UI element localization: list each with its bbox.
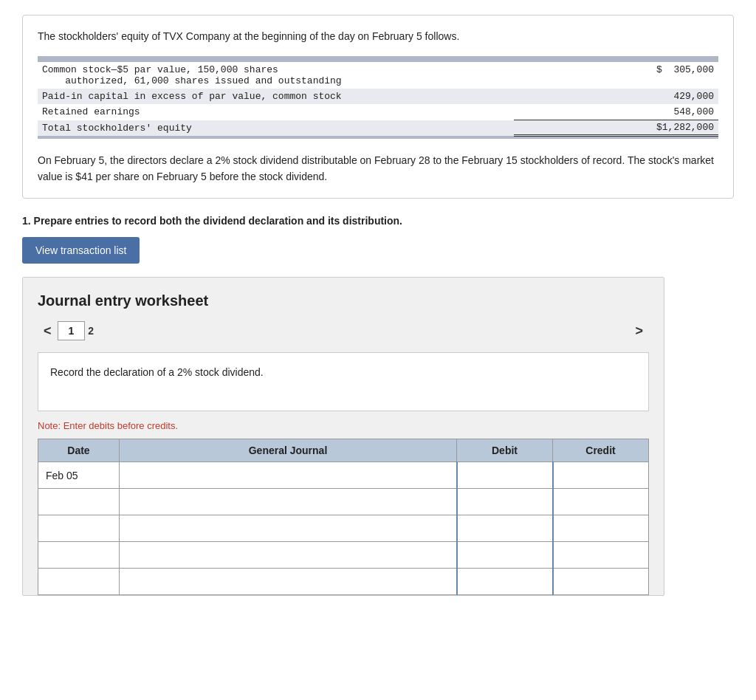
credit-input-4[interactable] — [554, 542, 649, 568]
credit-cell-1[interactable] — [553, 462, 649, 489]
date-cell-5 — [38, 569, 120, 595]
credit-cell-5[interactable] — [553, 569, 649, 595]
table-footer-bar — [38, 136, 718, 139]
table-row — [38, 489, 649, 515]
equity-label-total: Total stockholders' equity — [38, 120, 514, 136]
col-header-credit: Credit — [553, 439, 649, 462]
equity-table: Common stock—$5 par value, 150,000 share… — [38, 56, 718, 139]
date-cell-1: Feb 05 — [38, 462, 120, 489]
gj-cell-4[interactable] — [120, 542, 457, 569]
equity-label-2: Paid-in capital in excess of par value, … — [38, 89, 514, 104]
debit-input-3[interactable] — [458, 515, 552, 541]
table-row — [38, 542, 649, 569]
equity-amount-2: 429,000 — [514, 89, 718, 104]
credit-cell-4[interactable] — [553, 542, 649, 569]
note-text: Note: Enter debits before credits. — [38, 420, 649, 431]
table-row — [38, 569, 649, 595]
equity-label-1: Common stock—$5 par value, 150,000 share… — [38, 62, 514, 89]
col-header-date: Date — [38, 439, 120, 462]
debit-input-5[interactable] — [458, 569, 552, 594]
date-cell-4 — [38, 542, 120, 569]
debit-cell-1[interactable] — [457, 462, 553, 489]
record-instruction-box: Record the declaration of a 2% stock div… — [38, 352, 649, 411]
journal-table: Date General Journal Debit Credit Feb 05 — [38, 439, 649, 595]
col-header-debit: Debit — [457, 439, 553, 462]
credit-input-2[interactable] — [554, 489, 649, 515]
worksheet-title: Journal entry worksheet — [38, 292, 649, 309]
equity-amount-1: $ 305,000 — [514, 62, 718, 89]
credit-input-1[interactable] — [554, 462, 649, 488]
debit-input-4[interactable] — [458, 542, 552, 568]
view-transaction-list-button[interactable]: View transaction list — [22, 237, 140, 264]
table-row — [38, 515, 649, 542]
page-2-label[interactable]: 2 — [88, 325, 94, 337]
col-header-gj: General Journal — [120, 439, 457, 462]
debit-cell-3[interactable] — [457, 515, 553, 542]
debit-cell-2[interactable] — [457, 489, 553, 515]
intro-box: The stockholders' equity of TVX Company … — [22, 15, 734, 199]
table-header-row: Date General Journal Debit Credit — [38, 439, 649, 462]
equity-label-3: Retained earnings — [38, 104, 514, 120]
gj-input-4[interactable] — [120, 542, 456, 568]
next-page-button[interactable]: > — [629, 322, 649, 340]
table-row: Paid-in capital in excess of par value, … — [38, 89, 718, 104]
table-header-bar — [38, 56, 718, 62]
debit-input-2[interactable] — [458, 489, 552, 515]
credit-input-3[interactable] — [554, 515, 649, 541]
worksheet-container: Journal entry worksheet < 1 2 > Record t… — [22, 277, 664, 596]
debit-cell-4[interactable] — [457, 542, 553, 569]
date-cell-3 — [38, 515, 120, 542]
debit-cell-5[interactable] — [457, 569, 553, 595]
prev-page-button[interactable]: < — [38, 322, 58, 340]
gj-input-3[interactable] — [120, 515, 456, 541]
table-row: Feb 05 — [38, 462, 649, 489]
debit-input-1[interactable] — [458, 462, 552, 488]
credit-cell-2[interactable] — [553, 489, 649, 515]
record-instruction-text: Record the declaration of a 2% stock div… — [50, 366, 264, 378]
gj-input-1[interactable] — [120, 462, 456, 488]
gj-cell-3[interactable] — [120, 515, 457, 542]
table-row-total: Total stockholders' equity $1,282,000 — [38, 120, 718, 136]
intro-text: The stockholders' equity of TVX Company … — [38, 29, 718, 44]
table-row: Common stock—$5 par value, 150,000 share… — [38, 62, 718, 89]
question-label: 1. Prepare entries to record both the di… — [22, 215, 734, 227]
gj-cell-1[interactable] — [120, 462, 457, 489]
gj-input-5[interactable] — [120, 569, 456, 594]
table-row: Retained earnings 548,000 — [38, 104, 718, 120]
gj-cell-5[interactable] — [120, 569, 457, 595]
page-container: The stockholders' equity of TVX Company … — [0, 0, 756, 611]
nav-row: < 1 2 > — [38, 321, 649, 340]
equity-amount-3: 548,000 — [514, 104, 718, 120]
description-text: On February 5, the directors declare a 2… — [38, 152, 718, 185]
equity-amount-total: $1,282,000 — [514, 120, 718, 136]
credit-cell-3[interactable] — [553, 515, 649, 542]
page-1-box[interactable]: 1 — [58, 321, 86, 340]
gj-input-2[interactable] — [120, 489, 456, 515]
gj-cell-2[interactable] — [120, 489, 457, 515]
date-cell-2 — [38, 489, 120, 515]
credit-input-5[interactable] — [554, 569, 649, 594]
